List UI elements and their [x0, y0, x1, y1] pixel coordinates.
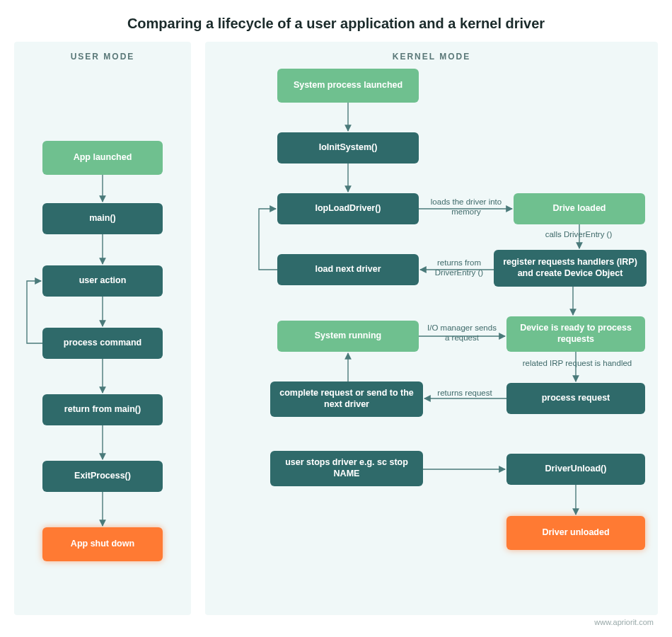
node-exit-process: ExitProcess()	[42, 461, 163, 492]
node-app-shutdown: App shut down	[42, 527, 163, 561]
node-user-action: user action	[42, 265, 163, 297]
node-system-running: System running	[277, 321, 419, 352]
node-main: main()	[42, 203, 163, 234]
node-app-launched: App launched	[42, 141, 163, 175]
edge-label-returns-req: returns request	[437, 389, 492, 398]
edge-label-irp-handled: related IRP request is handled	[506, 359, 648, 369]
node-process-request: process request	[506, 383, 645, 414]
node-register-handlers: register requests handlers (IRP) and cre…	[494, 250, 647, 287]
node-driver-unload: DriverUnload()	[506, 454, 645, 485]
node-user-stops-driver: user stops driver e.g. sc stop NAME	[270, 451, 423, 486]
node-system-launched: System process launched	[277, 69, 419, 103]
watermark: www.apriorit.com	[594, 618, 654, 626]
node-driver-unloaded: Driver unloaded	[506, 516, 645, 550]
node-process-command: process command	[42, 328, 163, 359]
edge-label-returns-de: returns from DriverEntry ()	[427, 258, 491, 278]
edge-label-loads-driver: loads the driver into memory	[427, 197, 505, 217]
user-mode-heading: USER MODE	[14, 42, 191, 62]
kernel-mode-heading: KERNEL MODE	[205, 42, 658, 62]
node-iopload-driver: IopLoadDriver()	[277, 193, 419, 224]
node-return-main: return from main()	[42, 394, 163, 425]
node-load-next-driver: load next driver	[277, 254, 419, 285]
node-ioinitsystem: IoInitSystem()	[277, 132, 419, 163]
diagram-canvas: USER MODE KERNEL MODE App launched main(…	[0, 42, 672, 629]
page-title: Comparing a lifecycle of a user applicat…	[0, 0, 672, 42]
edge-label-calls-de: calls DriverEntry ()	[536, 230, 621, 240]
edge-label-io-manager: I/O manager sends a request	[426, 323, 498, 343]
node-drive-loaded: Drive loaded	[514, 193, 645, 224]
node-device-ready: Device is ready to process requests	[506, 316, 645, 352]
node-complete-request: complete request or send to the next dri…	[270, 381, 423, 417]
